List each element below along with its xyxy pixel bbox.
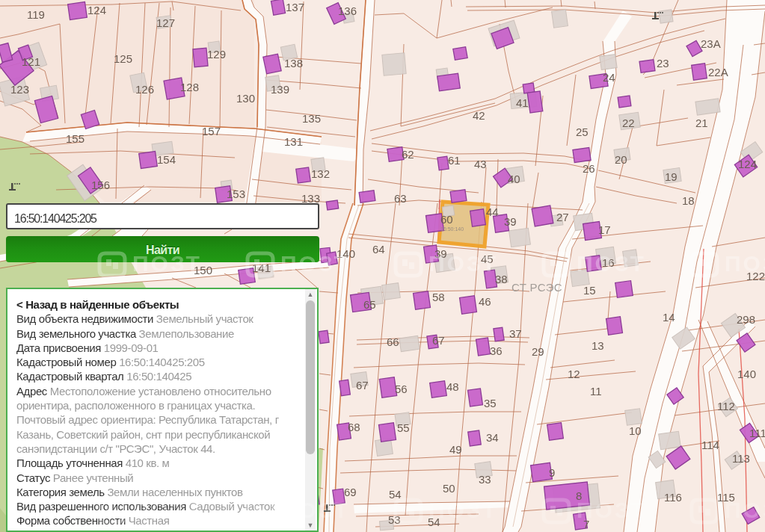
- svg-text:58: 58: [432, 291, 445, 303]
- svg-text:154: 154: [157, 153, 176, 166]
- svg-text:41: 41: [516, 96, 529, 109]
- svg-text:298: 298: [737, 313, 755, 326]
- svg-text:61: 61: [448, 154, 461, 167]
- svg-text:64: 64: [372, 243, 385, 256]
- svg-text:129: 129: [207, 48, 226, 61]
- svg-text:62: 62: [402, 148, 414, 161]
- svg-text:153: 153: [227, 188, 245, 200]
- svg-text:39: 39: [434, 247, 447, 260]
- svg-text:140: 140: [737, 368, 756, 380]
- svg-text:СТ РСЭС: СТ РСЭС: [511, 281, 562, 294]
- svg-text:157: 157: [202, 125, 221, 137]
- svg-text:65: 65: [363, 298, 376, 311]
- svg-text:156: 156: [91, 179, 110, 191]
- svg-text:36: 36: [490, 344, 503, 357]
- svg-text:67: 67: [356, 379, 369, 392]
- svg-text:135: 135: [302, 112, 321, 125]
- svg-text:21: 21: [695, 117, 708, 129]
- svg-text:111: 111: [749, 427, 765, 439]
- svg-text:11: 11: [590, 385, 602, 398]
- svg-text:63: 63: [394, 192, 407, 205]
- svg-text:53: 53: [388, 513, 401, 526]
- svg-text:8: 8: [576, 489, 582, 502]
- svg-text:34: 34: [486, 431, 499, 444]
- svg-text:18: 18: [682, 194, 695, 207]
- svg-text:26: 26: [583, 162, 595, 175]
- svg-text:35: 35: [484, 397, 497, 409]
- svg-text:56: 56: [395, 383, 408, 395]
- svg-text:10: 10: [629, 424, 642, 437]
- svg-text:138: 138: [284, 57, 303, 69]
- svg-text:60: 60: [440, 213, 453, 226]
- svg-text:27: 27: [556, 211, 569, 223]
- svg-text:132: 132: [311, 167, 330, 180]
- svg-text:29: 29: [532, 345, 544, 358]
- svg-text:54: 54: [428, 516, 440, 528]
- svg-text:114: 114: [701, 439, 719, 451]
- svg-text:49: 49: [449, 443, 462, 456]
- svg-text:19: 19: [665, 170, 678, 183]
- svg-text:119: 119: [27, 8, 45, 21]
- svg-text:24: 24: [603, 71, 615, 84]
- svg-text:23A: 23A: [701, 37, 721, 50]
- svg-text:16:50:140: 16:50:140: [440, 226, 464, 232]
- svg-text:131: 131: [284, 135, 303, 148]
- svg-text:150: 150: [194, 264, 212, 276]
- svg-text:128: 128: [180, 81, 199, 93]
- svg-text:33: 33: [479, 473, 491, 486]
- svg-text:121: 121: [22, 55, 40, 68]
- svg-text:125: 125: [114, 52, 132, 65]
- svg-text:22A: 22A: [708, 66, 728, 78]
- svg-text:20: 20: [615, 153, 627, 166]
- svg-text:12: 12: [568, 368, 580, 380]
- svg-text:17: 17: [598, 223, 611, 236]
- svg-text:45: 45: [481, 253, 494, 265]
- svg-text:23: 23: [657, 57, 669, 69]
- svg-text:122: 122: [746, 270, 765, 282]
- svg-text:42: 42: [473, 109, 485, 122]
- svg-text:15: 15: [583, 284, 596, 297]
- svg-text:139: 139: [271, 83, 289, 96]
- svg-text:40: 40: [508, 173, 520, 185]
- svg-text:48: 48: [446, 380, 459, 393]
- svg-text:127: 127: [156, 16, 175, 29]
- svg-text:37: 37: [509, 327, 522, 340]
- svg-text:68: 68: [348, 421, 360, 433]
- svg-text:115: 115: [717, 491, 735, 504]
- svg-text:112: 112: [717, 400, 735, 412]
- svg-text:136: 136: [338, 4, 357, 17]
- svg-text:116: 116: [664, 491, 682, 504]
- svg-text:22: 22: [622, 117, 635, 129]
- svg-text:25: 25: [576, 126, 589, 138]
- svg-text:66: 66: [387, 335, 399, 348]
- svg-text:16: 16: [602, 256, 615, 269]
- svg-text:9: 9: [549, 466, 555, 479]
- svg-text:46: 46: [479, 295, 491, 308]
- svg-text:67: 67: [432, 334, 445, 347]
- svg-text:54: 54: [389, 488, 402, 501]
- svg-text:38: 38: [495, 273, 508, 285]
- svg-text:43: 43: [474, 158, 487, 170]
- svg-text:44: 44: [486, 205, 499, 218]
- svg-text:55: 55: [397, 421, 410, 434]
- svg-text:50: 50: [443, 482, 455, 495]
- svg-text:140: 140: [337, 247, 355, 260]
- svg-text:14: 14: [663, 311, 675, 324]
- svg-text:124: 124: [87, 4, 106, 16]
- svg-text:126: 126: [135, 83, 154, 96]
- svg-text:69: 69: [344, 486, 357, 498]
- svg-text:141: 141: [252, 262, 271, 274]
- svg-text:13: 13: [592, 339, 604, 352]
- svg-text:130: 130: [236, 92, 255, 105]
- svg-text:39: 39: [504, 215, 517, 228]
- svg-text:7: 7: [583, 518, 589, 531]
- svg-text:137: 137: [286, 1, 304, 13]
- svg-text:155: 155: [66, 132, 85, 145]
- svg-text:123: 123: [10, 83, 29, 96]
- svg-text:124: 124: [738, 158, 757, 170]
- svg-text:113: 113: [732, 452, 750, 465]
